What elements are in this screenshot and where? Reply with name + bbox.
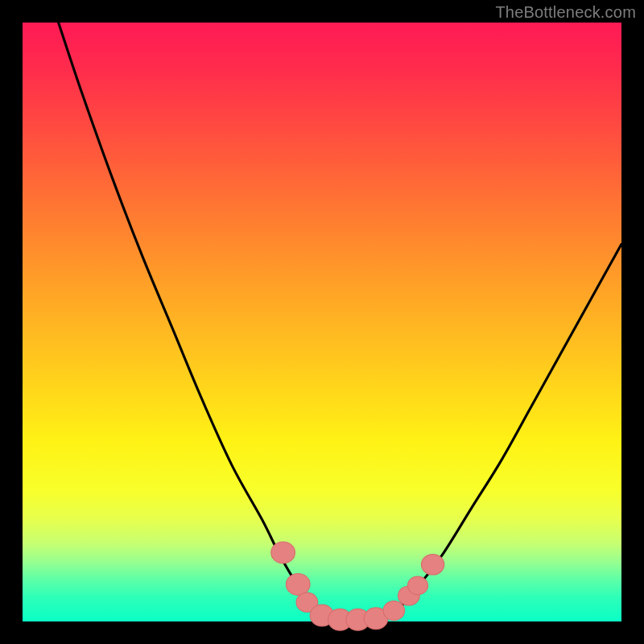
- curve-marker: [383, 601, 405, 621]
- watermark-label: TheBottleneck.com: [495, 3, 636, 22]
- plot-area: [23, 23, 621, 621]
- curve-marker: [271, 542, 295, 564]
- curve-marker: [286, 574, 310, 596]
- curve-markers: [271, 542, 444, 630]
- bottleneck-curve-svg: [23, 23, 621, 621]
- curve-marker: [422, 555, 444, 575]
- chart-frame: TheBottleneck.com: [0, 0, 644, 644]
- bottleneck-curve-path: [59, 23, 621, 621]
- curve-marker: [408, 576, 428, 595]
